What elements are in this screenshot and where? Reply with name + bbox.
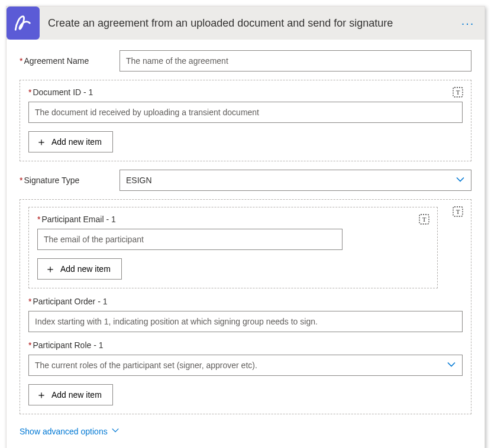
agreement-name-input[interactable] <box>119 50 471 72</box>
card-header: Create an agreement from an uploaded doc… <box>7 7 484 40</box>
agreement-name-label: Agreement Name <box>20 56 111 66</box>
add-document-label: Add new item <box>51 137 102 147</box>
participant-order-input[interactable] <box>28 311 463 332</box>
dynamic-content-icon[interactable]: T <box>452 86 464 98</box>
plus-icon: ＋ <box>36 389 47 400</box>
plus-icon: ＋ <box>45 264 56 274</box>
add-document-button[interactable]: ＋ Add new item <box>28 131 113 152</box>
participant-email-label: Participant Email - 1 <box>37 215 429 224</box>
participant-order-label: Participant Order - 1 <box>28 297 463 306</box>
dynamic-content-icon[interactable]: T <box>418 213 430 225</box>
agreement-name-row: Agreement Name <box>20 50 471 72</box>
svg-text:T: T <box>456 89 460 96</box>
card-title: Create an agreement from an uploaded doc… <box>48 17 458 30</box>
participant-role-label: Participant Role - 1 <box>28 340 463 350</box>
add-participant-label: Add new item <box>51 390 102 400</box>
participant-group: T T Participant Email - 1 ＋ Add new item <box>20 199 471 414</box>
svg-text:T: T <box>422 216 427 223</box>
signature-type-select[interactable]: ESIGN <box>119 170 471 191</box>
chevron-down-icon <box>447 360 456 371</box>
card-body: Agreement Name T Document ID - 1 ＋ Add n… <box>7 40 484 448</box>
more-options-button[interactable]: ··· <box>458 14 477 33</box>
plus-icon: ＋ <box>36 137 47 147</box>
signature-type-value: ESIGN <box>126 176 152 185</box>
document-id-input[interactable] <box>28 102 463 123</box>
participant-email-input[interactable] <box>37 229 343 250</box>
show-advanced-link[interactable]: Show advanced options <box>20 426 119 436</box>
signature-type-row: Signature Type ESIGN <box>20 170 471 191</box>
svg-text:T: T <box>456 208 460 215</box>
document-id-group: T Document ID - 1 ＋ Add new item <box>20 80 471 161</box>
participant-role-placeholder: The current roles of the participant set… <box>35 361 257 370</box>
participant-role-select[interactable]: The current roles of the participant set… <box>28 355 463 376</box>
add-email-label: Add new item <box>60 264 111 274</box>
dynamic-content-icon[interactable]: T <box>452 206 464 217</box>
document-id-label: Document ID - 1 <box>28 87 463 97</box>
participant-email-group: T Participant Email - 1 ＋ Add new item <box>28 207 438 288</box>
adobe-sign-icon <box>7 7 40 40</box>
signature-type-label: Signature Type <box>20 176 111 185</box>
chevron-down-icon <box>456 175 465 186</box>
add-participant-button[interactable]: ＋ Add new item <box>28 384 113 405</box>
add-participant-email-button[interactable]: ＋ Add new item <box>37 258 122 280</box>
chevron-down-icon <box>111 426 119 436</box>
action-card: Create an agreement from an uploaded doc… <box>6 6 485 448</box>
show-advanced-label: Show advanced options <box>20 427 108 436</box>
